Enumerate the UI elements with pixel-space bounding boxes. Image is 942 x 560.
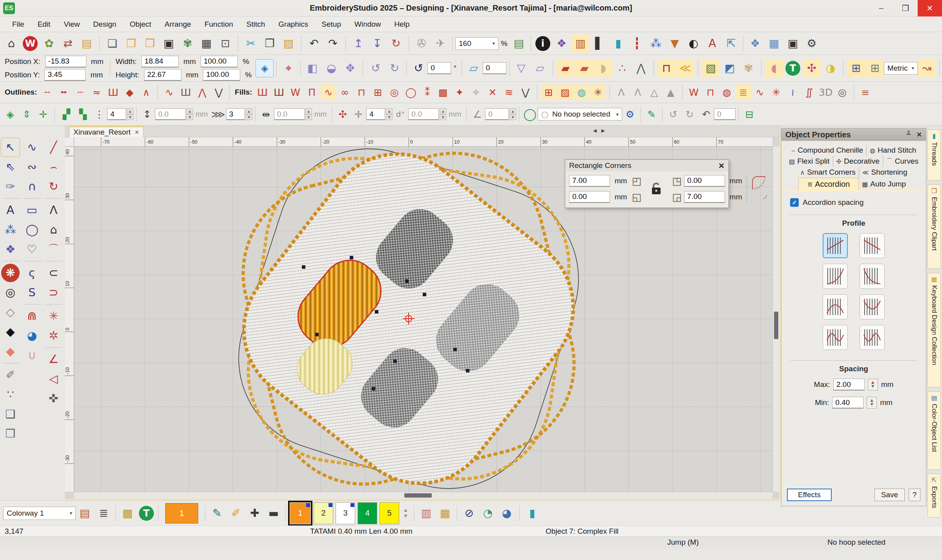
spacing-min-spinner[interactable]: ▲▼ [867,397,877,409]
ring-fill-icon[interactable]: ◯ [403,84,419,100]
stitch-player-icon[interactable]: ┇ [628,35,646,53]
color-bar-icon[interactable]: ▌ [590,35,608,53]
thread-chart-icon[interactable]: ≣ [95,504,113,522]
hoop-icon[interactable]: ◯ [522,106,538,122]
backstitch-outline-icon[interactable]: ⋀ [194,84,210,100]
maze-fill-icon[interactable]: ⊞ [541,84,557,100]
menu-setup[interactable]: Setup [315,16,348,32]
center-cross-icon[interactable]: ✛ [351,106,366,122]
hooping-device-icon[interactable]: ✇ [413,35,431,53]
color-chip-4[interactable]: 4 [358,502,377,524]
profile-bell[interactable] [823,294,848,319]
position-y-input[interactable] [44,69,86,81]
underlay-count-input[interactable] [107,108,126,120]
rotate-icon[interactable]: ↺ [409,59,427,77]
square-fill-icon[interactable]: ⊓ [354,84,369,100]
profile-linear-down[interactable] [860,233,885,258]
convert-shapes-icon[interactable]: ◩ [721,59,739,77]
zigzag-column-tool-icon[interactable]: Λ [44,201,63,219]
zigzag-fill-icon[interactable]: W [288,84,303,100]
knife-tool-icon[interactable]: ✑ [1,177,20,196]
connection-manager-icon[interactable]: ❖ [746,35,764,53]
run-count-input[interactable] [226,108,245,120]
tab-smart-corners[interactable]: ∧Smart Corners [797,167,859,178]
triple-run-outline-icon[interactable]: ╍ [56,84,71,100]
run-count-spinner[interactable]: ▲▼ [246,108,252,120]
skew-tool-icon[interactable]: ▱ [531,59,549,77]
feather-both-icon[interactable]: △ [646,84,662,100]
satin-fill-icon[interactable]: Ш [255,84,270,100]
mirror-x-icon[interactable]: ◈ [2,106,18,122]
vine-outline-icon[interactable]: ∧ [138,84,154,100]
angle-icon[interactable]: ∠ [469,106,485,122]
design-settings-icon[interactable]: ⚙ [803,35,821,53]
ripple-fill-icon[interactable]: ◍ [719,84,735,100]
corner-top-left-input[interactable] [569,175,610,187]
tab-compound-chenille[interactable]: ⌢Compound Chenille [788,145,867,156]
stitch-length-spinner[interactable]: ▲▼ [186,108,193,120]
palette-scroll-spinner[interactable]: ▲▼ [403,507,408,519]
auto-scroll-icon[interactable]: ↝ [918,59,936,77]
spread-vertical-icon[interactable]: ⇕ [19,106,35,122]
feather-left-icon[interactable]: Λ [613,84,629,100]
color-chip-2[interactable]: 2 [314,502,333,524]
document-tab[interactable]: Xinavane_Resort ✕ [69,126,144,137]
effects-button[interactable]: Effects [787,489,832,501]
column-b-tool-icon[interactable]: ⊃ [44,283,63,302]
design-canvas[interactable]: -70-60-50-40-30-20-10010203040506070 403… [65,137,781,500]
stitch-length-icon[interactable]: ↕ [139,106,155,122]
help-button[interactable]: ? [909,489,920,501]
stipple-run-icon[interactable]: ◍ [574,84,590,100]
curved-fill-icon[interactable]: ≋ [501,84,517,100]
backtrack-tool-icon[interactable]: ⌢ [44,158,63,176]
skew-icon[interactable]: ▱ [465,59,483,77]
radial-fill-icon[interactable]: ✳ [769,84,784,100]
florentine-effect-icon[interactable]: ∿ [752,84,768,100]
leaf-effect-icon[interactable]: ◗ [594,59,612,77]
underlay-icon[interactable]: ⊓ [657,59,675,77]
rotate-ccw-45-icon[interactable]: ↺ [367,59,385,77]
star-burst-fill-icon[interactable]: ✳ [590,84,606,100]
profile-valley[interactable] [860,294,885,319]
motif-column-icon[interactable]: ⁑ [420,84,435,100]
minimize-button[interactable]: – [869,0,893,16]
thread-spool-icon[interactable]: ▮ [523,504,541,522]
skew-input[interactable] [483,62,506,74]
side-tab-embroidery-clipart[interactable]: ❒Embroidery Clipart [927,184,941,269]
profile-wave-down[interactable] [823,325,848,350]
tab-scroll-right-icon[interactable]: ► [600,127,606,134]
canvas-horizontal-scrollbar[interactable] [74,492,772,499]
applique-icon[interactable]: ◖ [765,59,783,77]
flower-motif-icon[interactable]: ✾ [739,59,758,77]
color-chip-5[interactable]: 5 [380,502,399,524]
menu-stitch[interactable]: Stitch [240,16,272,32]
beads-sequins-icon[interactable]: ✣ [803,59,821,77]
hoop-select[interactable]: ◯ No hoop selected ▾ [538,108,622,120]
height-percent-input[interactable] [203,69,240,81]
undo-icon[interactable]: ↶ [305,35,323,53]
hexagon-fill-tool-icon[interactable]: ◆ [1,323,20,341]
paste-icon[interactable]: ▨ [279,35,298,53]
spiral-fill-tool-icon[interactable]: ◇ [1,303,20,321]
units-select[interactable]: Metric ▾ [884,62,918,75]
design-sync-icon[interactable]: ↻ [387,35,405,53]
fish-motif-icon[interactable]: ≪ [676,59,694,77]
pin-panel-icon[interactable]: ╨ [906,131,911,139]
curved-shape-tool-icon[interactable]: ∩ [23,177,41,196]
coil-fill-icon[interactable]: ∞ [337,84,353,100]
hatch-options-icon[interactable]: ≡ [858,84,873,100]
overview-window-icon[interactable]: ❖ [553,35,571,53]
spacing-spinner[interactable]: ▲▼ [305,108,312,120]
buttonhole-icon[interactable]: ◎ [834,84,850,100]
color-wreath-icon[interactable]: ✣ [335,106,351,122]
object-properties-title-bar[interactable]: Object Properties ╨ ✕ [781,128,926,141]
lettering-tool-icon[interactable]: A [1,201,20,219]
redo-icon[interactable]: ↷ [324,35,342,53]
motif-fill-tool-icon[interactable]: ❋ [1,264,20,282]
quick-lettering-icon[interactable]: A [703,35,721,53]
pattern-fill-icon[interactable]: ▩ [435,84,451,100]
menu-view[interactable]: View [57,16,86,32]
profile-linear-up[interactable] [823,233,848,258]
read-from-machine-icon[interactable]: ↧ [368,35,386,53]
profile-curve-down[interactable] [860,264,885,289]
